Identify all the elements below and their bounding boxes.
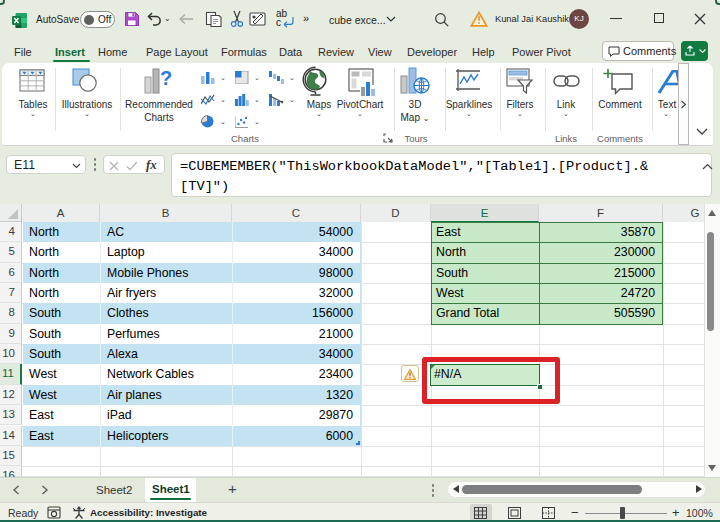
svg-text:?: ? bbox=[160, 67, 172, 89]
